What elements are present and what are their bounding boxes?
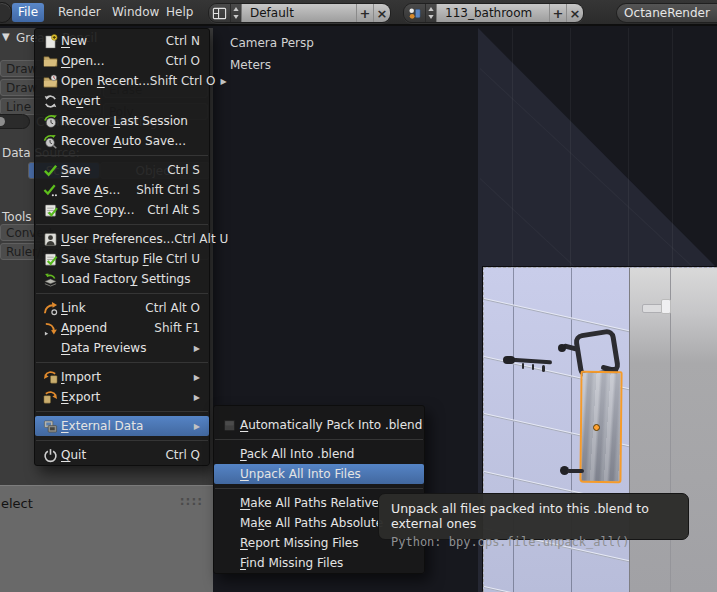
menu-item-label: Load Factory Settings [61,272,191,286]
menu-item-shortcut: Shift Ctrl S [136,183,200,197]
menu-item-data-previews[interactable]: Data Previews▶ [35,338,209,358]
menu-item-find-missing-files[interactable]: Find Missing Files [214,553,424,573]
menu-item-label: Automatically Pack Into .blend [240,418,422,432]
blender-window: Camera Persp Meters [0,0,717,592]
icon-spacer [218,446,240,462]
scene-name-field[interactable]: 113_bathroom [436,4,549,22]
menu-item-append[interactable]: AppendShift F1 [35,318,209,338]
menu-item-label: User Preferences... [61,232,174,246]
menu-file[interactable]: File [12,3,44,22]
layout-spinner-icon[interactable] [230,4,241,22]
submenu-arrow-icon: ▶ [194,422,200,431]
menu-item-recover-auto-save[interactable]: Recover Auto Save... [35,131,209,151]
tile-line [512,28,513,268]
menu-item-import[interactable]: Import▶ [35,367,209,387]
render-engine-selector[interactable]: OctaneRender [616,3,717,23]
save-copy-icon [39,202,61,218]
menu-item-shortcut: Ctrl S [167,163,200,177]
menu-item-shortcut: Ctrl Alt O [145,301,200,315]
top-header-bar: File Render Window Help Default + × 113_… [0,0,717,26]
menu-item-label: Pack All Into .blend [240,447,355,461]
menu-item-open[interactable]: Open...Ctrl O [35,51,209,71]
submenu-arrow-icon: ▶ [194,373,200,382]
scene-spinner-icon[interactable] [425,4,436,22]
menu-separator [36,155,208,156]
menu-window[interactable]: Window [106,3,165,22]
panel-grip-icon[interactable]: :::: [180,494,203,508]
screen-layout-icon[interactable] [209,4,230,22]
close-layout-button[interactable]: × [373,4,390,22]
towel-selected[interactable] [579,371,622,483]
menu-item-label: Recover Last Session [61,114,188,128]
menu-item-label: Save Copy... [61,203,134,217]
continuous-drawing-toggle[interactable] [0,114,30,129]
close-scene-button[interactable]: × [566,4,583,22]
menu-item-label: Find Missing Files [240,556,343,570]
menu-item-shortcut: Shift Ctrl O [150,74,216,88]
add-scene-button[interactable]: + [549,4,566,22]
icon-spacer [218,535,240,551]
menu-item-recover-last-session[interactable]: Recover Last Session [35,111,209,131]
menu-item-user-preferences[interactable]: User Preferences...Ctrl Alt U [35,229,209,249]
menu-separator [36,293,208,294]
menu-item-automatically-pack-into-blend[interactable]: Automatically Pack Into .blend [214,415,424,435]
menu-item-save-as[interactable]: Save As...Shift Ctrl S [35,180,209,200]
menu-item-new[interactable]: NewCtrl N [35,31,209,51]
menu-item-label: Save Startup File [61,252,163,266]
menu-item-unpack-all-into-files[interactable]: Unpack All Into Files [214,464,424,484]
recover-last-icon [39,113,61,129]
menu-item-load-factory-settings[interactable]: Load Factory Settings [35,269,209,289]
open-icon [39,53,61,69]
menu-item-pack-all-into-blend[interactable]: Pack All Into .blend [214,444,424,464]
menu-item-quit[interactable]: QuitCtrl Q [35,445,209,465]
menu-item-label: Open... [61,54,105,68]
save-icon [39,162,61,178]
menu-item-open-recent[interactable]: Open Recent...Shift Ctrl O▶ [35,71,209,91]
append-icon [39,320,61,336]
icon-spacer [39,340,61,356]
tooltip-description: Unpack all files packed into this .blend… [391,501,676,531]
menu-item-shortcut: Ctrl U [166,252,200,266]
menu-item-revert[interactable]: Revert [35,91,209,111]
menu-item-export[interactable]: Export▶ [35,387,209,407]
submenu-arrow-icon: ▶ [194,393,200,402]
menu-separator [36,224,208,225]
tile-grout-line [484,586,633,592]
menu-item-external-data[interactable]: External Data▶ [35,416,209,436]
scene-icon[interactable] [404,4,425,22]
tile-line [570,28,571,268]
layout-name-field[interactable]: Default [241,4,356,22]
editor-type-selector[interactable] [0,2,12,23]
menu-render[interactable]: Render [52,3,107,22]
icon-spacer [218,495,240,511]
lower-hook[interactable] [567,469,584,473]
new-icon [39,33,61,49]
menu-item-label: Open Recent... [61,74,150,88]
recover-auto-icon [39,133,61,149]
wall-hook-peg [522,363,524,369]
link-icon [39,300,61,316]
submenu-arrow-icon: ▶ [221,77,227,86]
menu-item-shortcut: Ctrl N [166,34,200,48]
wall-hook-peg [542,365,545,372]
menu-item-save-startup-file[interactable]: Save Startup FileCtrl U [35,249,209,269]
menu-item-label: Export [61,390,100,404]
menu-item-label: Quit [61,448,86,462]
wall-hook-knob [503,356,515,364]
export-icon [39,389,61,405]
viewport-units-label: Meters [230,58,271,72]
icon-spacer [218,515,240,531]
add-layout-button[interactable]: + [356,4,373,22]
menu-item-label: Revert [61,94,100,108]
panel-collapse-triangle-icon[interactable]: ▼ [2,31,10,42]
menu-separator [36,440,208,441]
tile-line [672,28,673,268]
menu-item-save-copy[interactable]: Save Copy...Ctrl Alt S [35,200,209,220]
menu-item-label: Make All Paths Absolute [240,516,383,530]
rail-mount-knob [558,344,566,352]
menu-item-save[interactable]: SaveCtrl S [35,160,209,180]
menu-item-link[interactable]: LinkCtrl Alt O [35,298,209,318]
menu-help[interactable]: Help [160,3,199,22]
menu-item-shortcut: Ctrl Alt S [147,203,200,217]
external-data-icon [39,418,61,434]
